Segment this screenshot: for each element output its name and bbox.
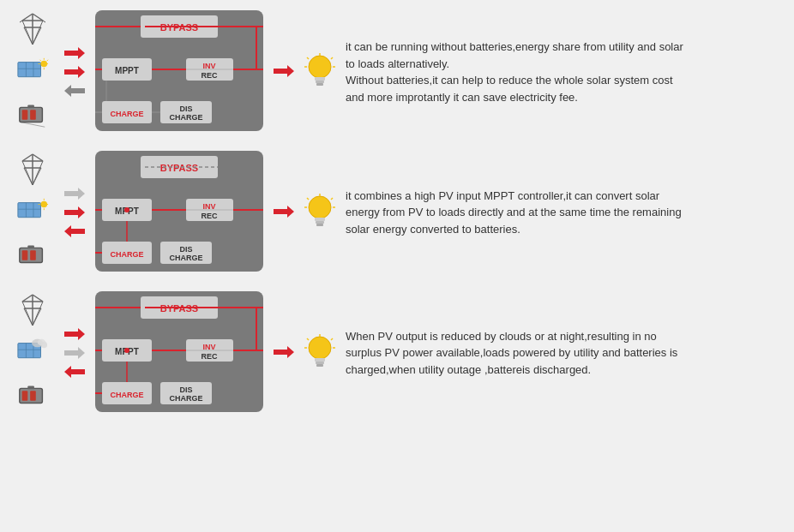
svg-line-21 xyxy=(46,59,47,60)
svg-line-124 xyxy=(33,295,43,302)
diagram-1: BYPASS MPPT INV REC CHARGE DIS CHARGE xyxy=(93,9,265,135)
svg-text:CHARGE: CHARGE xyxy=(169,254,202,262)
svg-line-3 xyxy=(22,14,33,21)
svg-rect-11 xyxy=(17,62,40,76)
bulb-2 xyxy=(303,194,337,231)
desc-3: When PV output is reduced by clouds or a… xyxy=(346,328,785,379)
svg-point-55 xyxy=(309,56,331,78)
svg-marker-88 xyxy=(64,225,85,237)
svg-text:REC: REC xyxy=(201,71,218,80)
svg-line-174 xyxy=(331,338,333,340)
diagram-2: BYPASS MPPT INV REC CHARGE DIS CHARGE xyxy=(93,149,265,276)
svg-rect-73 xyxy=(17,202,40,217)
svg-rect-113 xyxy=(316,221,324,224)
scenario-3-row: BYPASS MPPT INV REC CHARGE DIS CHARGE xyxy=(9,290,785,416)
diagram-3: BYPASS MPPT INV REC CHARGE DIS CHARGE xyxy=(93,290,265,416)
svg-line-61 xyxy=(331,57,333,59)
svg-line-72 xyxy=(33,168,41,185)
svg-line-4 xyxy=(33,14,43,21)
solar-icon-3 xyxy=(16,337,49,372)
bulb-1 xyxy=(303,53,337,91)
svg-rect-85 xyxy=(30,250,36,260)
svg-marker-29 xyxy=(64,85,85,97)
left-arrows-3 xyxy=(64,328,85,378)
svg-point-77 xyxy=(40,200,47,207)
scenario-1-row: BYPASS MPPT INV REC CHARGE DIS CHARGE xyxy=(9,9,785,135)
svg-rect-112 xyxy=(315,218,325,221)
solar-icon-2 xyxy=(16,196,49,231)
svg-text:MPPT: MPPT xyxy=(115,66,139,75)
tower-icon-3 xyxy=(15,293,50,330)
svg-text:DIS: DIS xyxy=(179,386,192,394)
svg-line-127 xyxy=(24,308,33,326)
svg-text:DIS: DIS xyxy=(179,245,192,254)
svg-line-123 xyxy=(22,295,33,302)
svg-text:CHARGE: CHARGE xyxy=(110,391,143,399)
output-arrow-3 xyxy=(274,346,294,361)
svg-text:INV: INV xyxy=(202,202,215,211)
svg-rect-114 xyxy=(316,224,323,226)
svg-rect-25 xyxy=(30,110,36,119)
svg-marker-110 xyxy=(274,206,294,218)
svg-marker-142 xyxy=(64,366,85,378)
svg-rect-139 xyxy=(30,391,36,400)
solar-icon-1 xyxy=(16,56,49,91)
output-arrow-1 xyxy=(274,65,294,80)
svg-rect-24 xyxy=(21,110,27,119)
svg-marker-27 xyxy=(64,47,85,59)
output-arrow-2 xyxy=(274,206,294,220)
svg-marker-140 xyxy=(64,328,85,340)
svg-rect-171 xyxy=(316,364,323,367)
left-arrows-2 xyxy=(64,188,85,237)
svg-point-168 xyxy=(309,337,331,359)
svg-marker-28 xyxy=(64,66,85,78)
icons-col-1 xyxy=(9,12,56,133)
svg-text:INV: INV xyxy=(202,62,215,70)
svg-line-116 xyxy=(307,198,309,200)
svg-rect-137 xyxy=(27,386,34,389)
svg-text:INV: INV xyxy=(202,343,215,351)
svg-text:CHARGE: CHARGE xyxy=(169,113,202,122)
svg-text:BYPASS: BYPASS xyxy=(160,163,198,173)
svg-text:CHARGE: CHARGE xyxy=(169,394,202,403)
svg-marker-141 xyxy=(64,347,85,359)
scenario-2-row: BYPASS MPPT INV REC CHARGE DIS CHARGE xyxy=(9,149,785,276)
svg-rect-170 xyxy=(316,362,324,364)
svg-line-9 xyxy=(20,21,22,22)
bulb-3 xyxy=(303,334,337,372)
svg-line-20 xyxy=(39,59,40,60)
svg-line-68 xyxy=(33,154,43,161)
desc-2: it combines a high PV input MPPT control… xyxy=(346,188,785,238)
svg-text:CHARGE: CHARGE xyxy=(110,250,143,259)
svg-point-109 xyxy=(124,207,129,212)
svg-rect-169 xyxy=(315,358,325,362)
svg-rect-57 xyxy=(316,81,324,83)
svg-line-8 xyxy=(33,27,41,45)
svg-line-7 xyxy=(24,27,33,45)
svg-marker-167 xyxy=(274,346,294,358)
battery-icon-1 xyxy=(16,98,49,133)
svg-text:CHARGE: CHARGE xyxy=(110,110,143,118)
svg-line-67 xyxy=(22,154,33,161)
left-arrows-1 xyxy=(64,47,85,97)
svg-line-60 xyxy=(307,57,309,59)
main-container: BYPASS MPPT INV REC CHARGE DIS CHARGE xyxy=(0,0,794,425)
svg-point-135 xyxy=(37,338,45,345)
svg-line-117 xyxy=(331,198,333,200)
desc-1: it can be running without batteries,ener… xyxy=(346,39,785,105)
svg-line-128 xyxy=(33,308,41,326)
svg-marker-86 xyxy=(64,188,85,200)
tower-icon-2 xyxy=(15,152,50,189)
svg-rect-84 xyxy=(21,250,27,260)
svg-line-173 xyxy=(307,338,309,340)
svg-text:REC: REC xyxy=(201,212,218,220)
svg-point-15 xyxy=(40,60,47,67)
svg-text:DIS: DIS xyxy=(179,105,192,113)
icons-col-3 xyxy=(9,293,56,414)
svg-line-10 xyxy=(43,21,45,22)
svg-point-111 xyxy=(309,196,331,218)
svg-rect-56 xyxy=(315,77,325,81)
battery-icon-2 xyxy=(16,238,49,273)
tower-icon-1 xyxy=(15,12,50,49)
svg-rect-23 xyxy=(27,105,34,108)
